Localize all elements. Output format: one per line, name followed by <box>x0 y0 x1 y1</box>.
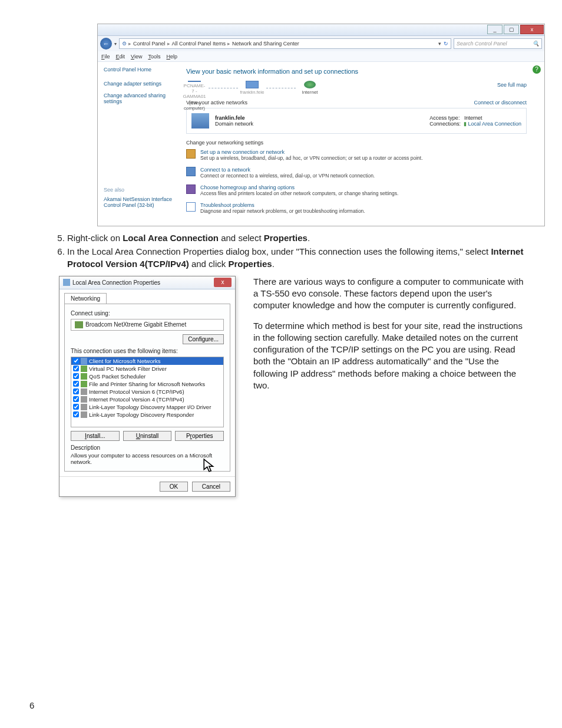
adapter-name: Broadcom NetXtreme Gigabit Ethernet <box>85 321 186 328</box>
address-dropdown-icon[interactable]: ▾ <box>438 41 441 47</box>
close-button[interactable]: x <box>520 25 544 34</box>
access-type-label: Access type: <box>429 115 459 121</box>
adapter-icon <box>75 321 83 328</box>
dialog-titlebar: Local Area Connection Properties x <box>59 276 235 289</box>
help-icon[interactable]: ? <box>533 65 541 74</box>
domain-network-icon <box>191 113 209 129</box>
dialog-close-button[interactable]: x <box>214 278 232 287</box>
breadcrumb-sep-icon: ▸ <box>227 41 230 47</box>
network-icon <box>186 167 196 176</box>
connection-items-list[interactable]: Client for Microsoft Networks Virtual PC… <box>71 357 224 427</box>
search-icon[interactable]: 🔍 <box>533 41 539 47</box>
breadcrumb-3[interactable]: Network and Sharing Center <box>232 41 299 47</box>
item-checkbox[interactable] <box>73 388 79 394</box>
navigation-bar: ← ▾ ⚙ ▸ Control Panel ▸ All Control Pane… <box>98 36 544 51</box>
active-networks-label: View your active networks Connect or dis… <box>186 100 527 106</box>
description-label: Description <box>71 444 224 451</box>
dialog-title: Local Area Connection Properties <box>72 279 160 286</box>
forward-dropdown-icon[interactable]: ▾ <box>114 41 117 47</box>
sidebar-akamai-link[interactable]: Akamai NetSession Interface Control Pane… <box>104 196 174 208</box>
breadcrumb-sep-icon: ▸ <box>167 41 170 47</box>
item-checkbox[interactable] <box>73 404 79 410</box>
active-network-name: franklin.fele <box>215 115 245 121</box>
window-titlebar: _ ▢ x <box>98 24 544 36</box>
access-type-value: Internet <box>464 115 482 121</box>
sidebar-advanced-sharing[interactable]: Change advanced sharing settings <box>104 93 174 104</box>
see-full-map-link[interactable]: See full map <box>497 82 527 88</box>
items-label: This connection uses the following items… <box>71 348 178 354</box>
tab-panel: Connect using: Broadcom NetXtreme Gigabi… <box>64 304 230 472</box>
this-computer-icon: PCNAME-7 - GAMMA01 (This computer) <box>186 81 203 95</box>
instruction-step-5: Right-click on Local Area Connection and… <box>67 232 533 244</box>
list-item[interactable]: Link-Layer Topology Discovery Responder <box>71 411 223 419</box>
connect-using-label: Connect using: <box>71 310 110 317</box>
tab-strip: Networking <box>59 289 235 304</box>
instruction-step-6: In the Local Area Connection Properties … <box>67 246 533 270</box>
item-checkbox[interactable] <box>73 381 79 387</box>
search-input[interactable]: Search Control Panel 🔍 <box>454 38 542 49</box>
sidebar-see-also-label: See also <box>104 187 174 193</box>
page-title: View your basic network information and … <box>186 68 527 75</box>
protocol-icon <box>81 404 87 410</box>
install-button[interactable]: Install... <box>71 431 120 441</box>
menu-view[interactable]: View <box>131 54 142 60</box>
service-icon <box>81 373 87 380</box>
minimize-button[interactable]: _ <box>487 25 503 34</box>
search-placeholder: Search Control Panel <box>457 41 507 47</box>
ok-button[interactable]: OK <box>160 482 188 492</box>
main-panel: ? View your basic network information an… <box>180 62 544 226</box>
configure-button[interactable]: Configure... <box>183 334 224 344</box>
connections-label: Connections: <box>429 121 461 127</box>
paragraph-1: There are various ways to configure a co… <box>253 276 527 312</box>
list-item[interactable]: Internet Protocol Version 4 (TCP/IPv4) <box>71 396 223 403</box>
item-checkbox[interactable] <box>73 411 79 417</box>
control-panel-icon: ⚙ <box>122 41 127 47</box>
cancel-button[interactable]: Cancel <box>192 482 230 492</box>
sidebar-home-link[interactable]: Control Panel Home <box>104 67 174 73</box>
menu-edit[interactable]: Edit <box>116 54 125 60</box>
address-bar[interactable]: ⚙ ▸ Control Panel ▸ All Control Panel It… <box>119 38 451 49</box>
adapter-field[interactable]: Broadcom NetXtreme Gigabit Ethernet <box>71 319 224 331</box>
connect-to-network[interactable]: Connect to a networkConnect or reconnect… <box>186 167 527 179</box>
refresh-icon[interactable]: ↻ <box>444 41 448 47</box>
maximize-button[interactable]: ▢ <box>504 25 519 34</box>
wizard-icon <box>186 149 196 159</box>
breadcrumb-1[interactable]: Control Panel <box>133 41 166 47</box>
list-item[interactable]: Link-Layer Topology Discovery Mapper I/O… <box>71 403 223 411</box>
item-checkbox[interactable] <box>73 365 79 371</box>
troubleshoot-problems[interactable]: Troubleshoot problemsDiagnose and repair… <box>186 202 527 214</box>
item-checkbox[interactable] <box>73 396 79 402</box>
list-item[interactable]: Internet Protocol Version 6 (TCP/IPv6) <box>71 388 223 396</box>
network-sharing-window: _ ▢ x ← ▾ ⚙ ▸ Control Panel ▸ All Contro… <box>97 24 545 226</box>
list-item[interactable]: Virtual PC Network Filter Driver <box>71 365 223 373</box>
local-area-connection-link[interactable]: Local Area Connection <box>468 121 521 127</box>
connect-disconnect-link[interactable]: Connect or disconnect <box>474 100 527 106</box>
lac-properties-dialog: Local Area Connection Properties x Netwo… <box>59 276 236 497</box>
homegroup-icon <box>186 185 196 194</box>
list-item[interactable]: Client for Microsoft Networks <box>71 357 223 365</box>
description-text: Allows your computer to access resources… <box>71 452 224 465</box>
menu-tools[interactable]: Tools <box>148 54 160 60</box>
diagnostics-icon <box>186 202 196 212</box>
list-item[interactable]: File and Printer Sharing for Microsoft N… <box>71 380 223 388</box>
active-network-type: Domain network <box>215 121 253 127</box>
uninstall-button[interactable]: Uninstall <box>123 431 172 441</box>
breadcrumb-2[interactable]: All Control Panel Items <box>172 41 226 47</box>
list-item[interactable]: QoS Packet Scheduler <box>71 373 223 380</box>
change-settings-label: Change your networking settings <box>186 140 527 146</box>
properties-button[interactable]: Properties <box>175 431 224 441</box>
homegroup-options[interactable]: Choose homegroup and sharing optionsAcce… <box>186 185 527 196</box>
setup-new-connection[interactable]: Set up a new connection or networkSet up… <box>186 149 527 161</box>
item-checkbox[interactable] <box>73 358 79 364</box>
menu-help[interactable]: Help <box>166 54 177 60</box>
back-button[interactable]: ← <box>100 38 112 50</box>
instruction-list: Right-click on Local Area Connection and… <box>53 232 533 270</box>
sidebar-change-adapter[interactable]: Change adapter settings <box>104 81 174 87</box>
breadcrumb-sep-icon: ▸ <box>128 41 131 47</box>
menu-file[interactable]: File <box>101 54 110 60</box>
sidebar: Control Panel Home Change adapter settin… <box>98 62 180 226</box>
network-map: PCNAME-7 - GAMMA01 (This computer) frank… <box>186 81 527 95</box>
item-checkbox[interactable] <box>73 373 79 379</box>
tab-networking[interactable]: Networking <box>64 293 107 304</box>
dialog-footer: OK Cancel <box>59 476 235 496</box>
